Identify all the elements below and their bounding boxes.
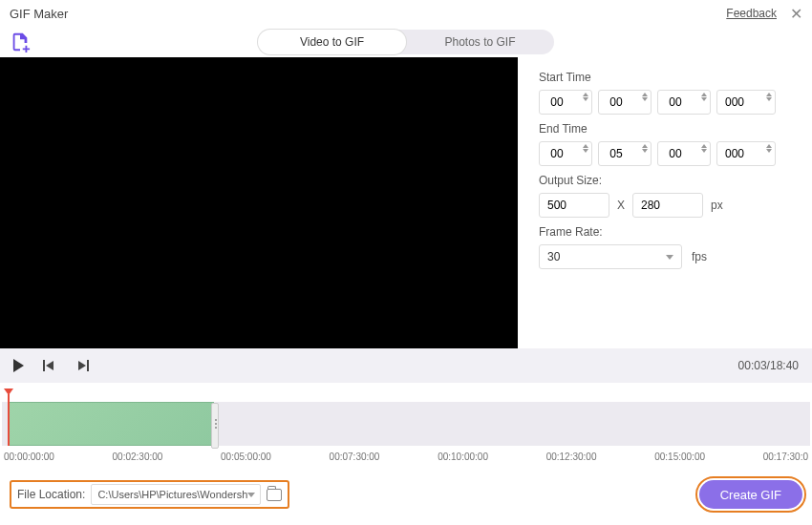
chevron-up-icon[interactable] — [583, 144, 588, 148]
timeline-clip[interactable] — [8, 402, 214, 446]
chevron-down-icon[interactable] — [642, 149, 648, 153]
fps-unit: fps — [692, 250, 707, 263]
ruler-tick: 00:12:30:00 — [546, 452, 597, 462]
feedback-link[interactable]: Feedback — [726, 7, 777, 20]
mode-tabs: Video to GIF Photos to GIF — [258, 30, 554, 54]
ruler-tick: 00:00:00:00 — [4, 452, 54, 462]
end-hours[interactable] — [539, 141, 592, 166]
chevron-up-icon[interactable] — [701, 144, 707, 148]
ruler-tick: 00:07:30:00 — [330, 452, 380, 462]
playback-time: 00:03/18:40 — [738, 359, 799, 372]
file-location-label: File Location: — [17, 488, 85, 501]
timeline-ruler: 00:00:00:00 00:02:30:00 00:05:00:00 00:0… — [2, 452, 810, 462]
end-time-label: End Time — [539, 122, 793, 136]
ruler-tick: 00:05:00:00 — [221, 452, 271, 462]
window-title: GIF Maker — [10, 7, 68, 21]
ruler-tick: 00:17:30:0 — [763, 452, 808, 462]
add-media-icon[interactable] — [10, 32, 31, 52]
start-hours[interactable] — [539, 90, 592, 115]
chevron-down-icon[interactable] — [701, 97, 707, 101]
file-location-select[interactable]: C:\Users\HP\Pictures\Wondersh — [91, 484, 261, 505]
chevron-down-icon[interactable] — [701, 149, 707, 153]
tab-video-to-gif[interactable]: Video to GIF — [258, 30, 406, 54]
chevron-up-icon[interactable] — [701, 93, 707, 96]
frame-rate-select[interactable]: 30 — [539, 244, 682, 269]
chevron-up-icon[interactable] — [766, 93, 772, 96]
start-ms[interactable] — [716, 90, 776, 115]
file-location-group: File Location: C:\Users\HP\Pictures\Wond… — [10, 480, 289, 509]
close-icon[interactable]: ✕ — [790, 5, 802, 23]
output-width[interactable] — [539, 193, 609, 218]
file-location-path: C:\Users\HP\Pictures\Wondersh — [97, 489, 247, 500]
tab-photos-to-gif[interactable]: Photos to GIF — [406, 30, 554, 54]
start-minutes[interactable] — [598, 90, 652, 115]
chevron-up-icon[interactable] — [642, 93, 648, 96]
play-icon[interactable] — [13, 359, 24, 372]
chevron-down-icon[interactable] — [583, 149, 588, 153]
clip-handle-icon[interactable] — [215, 419, 217, 429]
output-height[interactable] — [632, 193, 703, 218]
video-preview — [0, 57, 518, 348]
output-size-label: Output Size: — [539, 174, 793, 187]
start-seconds[interactable] — [657, 90, 711, 115]
chevron-down-icon[interactable] — [766, 149, 772, 153]
frame-rate-label: Frame Rate: — [539, 225, 793, 239]
end-minutes[interactable] — [598, 141, 652, 166]
chevron-down-icon — [247, 493, 255, 497]
size-unit: px — [711, 199, 723, 212]
size-separator: X — [617, 199, 625, 212]
end-ms[interactable] — [716, 141, 776, 166]
previous-frame-icon[interactable] — [43, 359, 56, 372]
create-gif-button[interactable]: Create GIF — [699, 480, 802, 509]
ruler-tick: 00:15:00:00 — [654, 452, 705, 462]
playhead[interactable] — [8, 394, 10, 446]
chevron-down-icon — [666, 255, 673, 260]
ruler-tick: 00:02:30:00 — [113, 452, 163, 462]
next-frame-icon[interactable] — [75, 359, 89, 372]
ruler-tick: 00:10:00:00 — [438, 452, 488, 462]
chevron-up-icon[interactable] — [766, 144, 772, 148]
chevron-down-icon[interactable] — [583, 97, 588, 101]
timeline-track[interactable] — [2, 402, 810, 446]
chevron-down-icon[interactable] — [642, 97, 648, 101]
folder-icon[interactable] — [267, 489, 282, 501]
start-time-label: Start Time — [539, 71, 793, 84]
end-seconds[interactable] — [657, 141, 711, 166]
chevron-up-icon[interactable] — [583, 93, 588, 96]
timeline[interactable]: 00:00:00:00 00:02:30:00 00:05:00:00 00:0… — [0, 383, 812, 471]
chevron-down-icon[interactable] — [766, 97, 772, 101]
frame-rate-value: 30 — [547, 250, 560, 263]
chevron-up-icon[interactable] — [642, 144, 648, 148]
